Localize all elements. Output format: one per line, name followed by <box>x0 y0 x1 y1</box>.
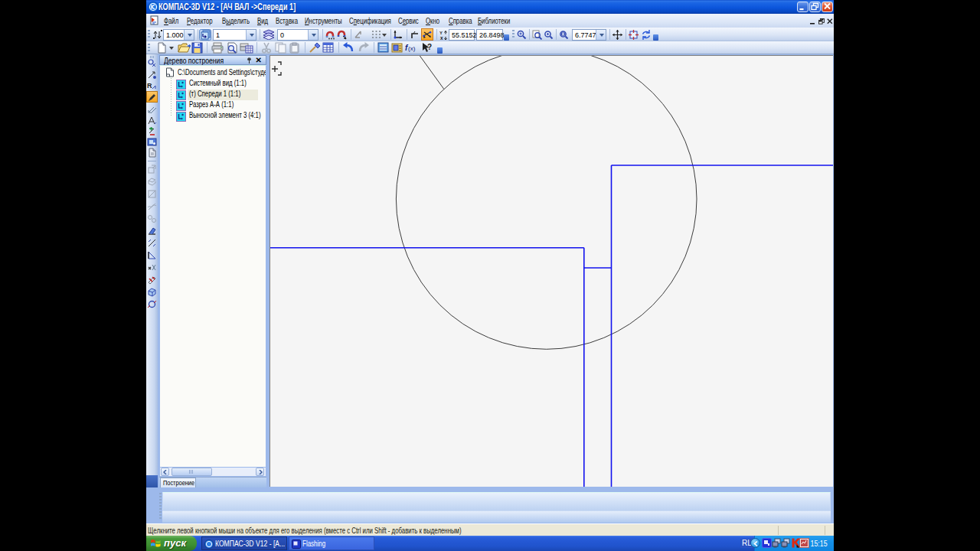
svg-text:x: x <box>440 35 443 41</box>
svg-text:R: R <box>147 82 152 90</box>
svg-text:?: ? <box>427 43 432 51</box>
svg-text:(x): (x) <box>408 45 416 52</box>
